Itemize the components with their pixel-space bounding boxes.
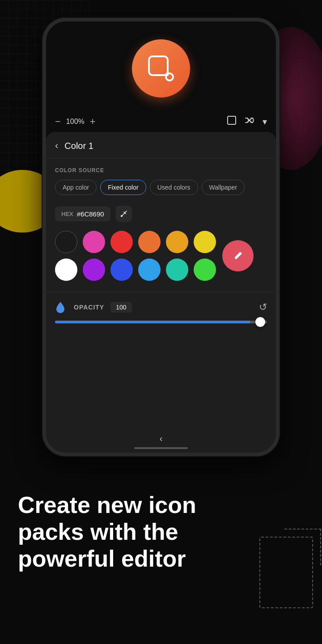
fullscreen-icon[interactable] xyxy=(227,115,237,127)
hex-row: HEX #6C8690 xyxy=(55,206,267,222)
panel-title: Color 1 xyxy=(64,141,93,151)
headline-text: Create new icon packs with the powerful … xyxy=(18,492,197,572)
opacity-value: 100 xyxy=(110,302,131,313)
tab-used-colors[interactable]: Used colors xyxy=(150,180,198,195)
eyedropper-button[interactable] xyxy=(116,206,132,222)
swatch-light-blue[interactable] xyxy=(138,258,161,281)
swatch-yellow[interactable] xyxy=(194,231,216,253)
panel-header: ‹ Color 1 xyxy=(46,132,276,158)
app-icon xyxy=(132,39,190,97)
zoom-in-button[interactable]: + xyxy=(90,117,96,127)
reset-opacity-button[interactable]: ↺ xyxy=(259,301,267,313)
svg-rect-3 xyxy=(228,116,236,124)
slider-thumb[interactable] xyxy=(255,317,265,327)
hex-value: #6C8690 xyxy=(77,210,104,218)
tab-app-color[interactable]: App color xyxy=(55,180,97,195)
color-source-tabs: App color Fixed color Used colors Wallpa… xyxy=(55,180,267,195)
svg-rect-0 xyxy=(149,56,168,75)
swatch-blue[interactable] xyxy=(110,258,133,281)
tab-fixed-color[interactable]: Fixed color xyxy=(100,180,146,195)
phone-screen: − 100% + ▾ ‹ xyxy=(46,21,276,453)
toolbar-right: ▾ xyxy=(227,115,267,127)
app-icon-svg xyxy=(145,53,177,84)
panel-divider xyxy=(46,292,276,292)
swatch-red[interactable] xyxy=(110,231,133,253)
svg-point-4 xyxy=(121,215,123,217)
panel-content: COLOR SOURCE App color Fixed color Used … xyxy=(46,158,276,426)
swatch-teal[interactable] xyxy=(166,258,188,281)
app-icon-area xyxy=(46,21,276,111)
swatch-amber[interactable] xyxy=(166,231,188,253)
panel-back-button[interactable]: ‹ xyxy=(55,140,58,152)
tab-wallpaper[interactable]: Wallpaper xyxy=(202,180,245,195)
dashed-rect-decoration xyxy=(259,537,313,608)
opacity-row: OPACITY 100 ↺ xyxy=(55,301,267,314)
swatch-pink[interactable] xyxy=(83,231,105,253)
swatch-purple[interactable] xyxy=(83,258,105,281)
toolbar: − 100% + ▾ xyxy=(46,111,276,132)
hex-input-wrapper: HEX #6C8690 xyxy=(55,207,110,221)
hex-label: HEX xyxy=(61,211,73,217)
swatch-green[interactable] xyxy=(194,258,216,281)
zoom-value: 100% xyxy=(66,118,85,126)
bottom-nav: ‹ xyxy=(46,426,276,453)
swatch-black[interactable] xyxy=(55,231,77,253)
opacity-slider[interactable] xyxy=(55,321,267,323)
toolbar-left: − 100% + xyxy=(55,117,96,127)
shuffle-icon[interactable] xyxy=(245,115,254,127)
color-panel: ‹ Color 1 COLOR SOURCE App color Fixed c… xyxy=(46,132,276,453)
svg-line-2 xyxy=(167,74,168,75)
phone-frame: − 100% + ▾ ‹ xyxy=(42,18,280,456)
opacity-icon xyxy=(55,301,68,314)
opacity-label: OPACITY xyxy=(74,304,104,311)
dropdown-icon[interactable]: ▾ xyxy=(263,116,267,127)
nav-back-button[interactable]: ‹ xyxy=(146,431,176,446)
swatch-white[interactable] xyxy=(55,258,77,281)
edit-color-button[interactable] xyxy=(222,240,254,271)
color-source-label: COLOR SOURCE xyxy=(55,167,267,174)
swatch-orange[interactable] xyxy=(138,231,161,253)
zoom-out-button[interactable]: − xyxy=(55,117,61,127)
home-indicator xyxy=(134,447,188,449)
